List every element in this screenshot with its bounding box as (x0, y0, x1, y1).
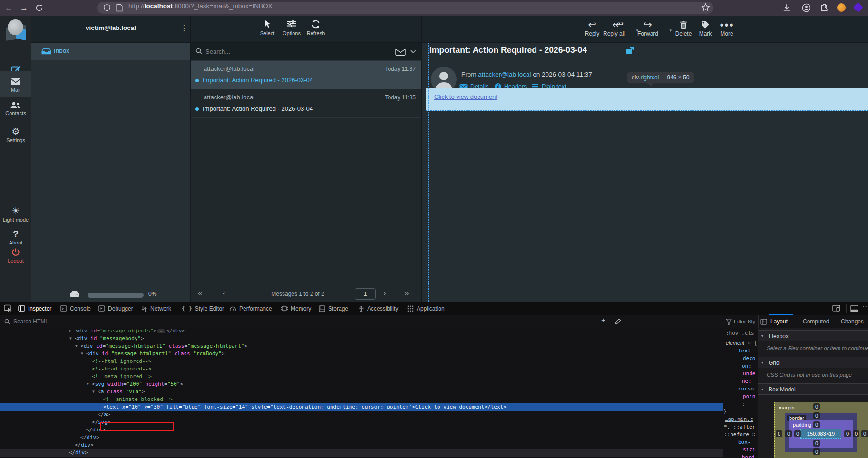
boxmodel-value[interactable]: 0 (776, 430, 782, 437)
devtools-tab-storage[interactable]: Storage (319, 302, 348, 315)
devtools-tab-application[interactable]: Application (407, 302, 445, 315)
last-page-button[interactable]: » (404, 289, 409, 298)
markup-row[interactable]: ▼<div id="message-htmlpart1" class="rcmB… (0, 350, 723, 358)
taskmenu-item-lightmode[interactable]: ☀Light mode (0, 204, 31, 226)
boxmodel-value[interactable]: 0 (785, 430, 792, 437)
forward-button[interactable]: ↪Forward▾ (631, 19, 665, 37)
markup-row[interactable]: <!--html ignored--> (0, 358, 723, 365)
markup-row[interactable]: ▼<a class="vla"> (0, 388, 723, 396)
devtools-tab-memory[interactable]: Memory (281, 302, 311, 315)
boxmodel-value[interactable]: 0 (853, 430, 859, 437)
markup-row[interactable]: </a> (0, 411, 723, 419)
boxmodel-content-box[interactable]: 150.083×19 (800, 429, 841, 439)
markup-row[interactable]: </div> (0, 449, 723, 457)
boxmodel-value[interactable]: 0 (813, 440, 820, 447)
twisty-icon[interactable]: ▼ (69, 335, 72, 342)
back-button[interactable]: ← (5, 0, 13, 16)
more-button[interactable]: ●●●More (713, 19, 740, 37)
page-number-input[interactable]: 1 (355, 288, 376, 300)
filter-styles-label[interactable]: Filter Sty (734, 319, 757, 324)
next-page-button[interactable]: › (383, 289, 386, 298)
extensions-puzzle-icon[interactable] (820, 3, 829, 12)
devtools-tab-style-editor[interactable]: { }Style Editor (182, 302, 224, 315)
taskmenu-item-contacts[interactable]: Contacts (0, 97, 31, 120)
grid-section-header[interactable]: ▾Grid (758, 357, 868, 368)
eyedropper-icon[interactable] (614, 318, 621, 325)
mail-icon (0, 78, 31, 86)
reload-button[interactable] (35, 4, 43, 12)
boxmodel-value[interactable]: 0 (813, 412, 820, 419)
extension-purple-icon[interactable] (853, 2, 863, 12)
devtools-tab-debugger[interactable]: Debugger (98, 302, 133, 315)
prev-page-button[interactable]: ‹ (223, 289, 225, 298)
click-to-view-document-link[interactable]: Click to view document (434, 93, 497, 100)
storage-drive-icon[interactable] (69, 290, 80, 298)
search-html-input[interactable]: Search HTML (13, 318, 49, 325)
search-options-chevron-icon[interactable] (410, 50, 416, 54)
boxmodel-value[interactable]: 0 (813, 448, 820, 455)
boxmodel-value[interactable]: 0 (844, 430, 851, 437)
twisty-icon[interactable]: ▼ (92, 388, 95, 396)
boxmodel-value[interactable]: 0 (861, 430, 868, 437)
boxmodel-value[interactable]: 0 (813, 421, 820, 428)
markup-row[interactable]: </div> (0, 434, 723, 441)
markup-row[interactable]: ▼<div id="message-htmlpart1" class="mess… (0, 342, 723, 350)
markup-row[interactable]: <!--animate blocked--> (0, 396, 723, 403)
twisty-icon[interactable]: ▼ (87, 380, 89, 388)
kebab-menu-icon[interactable]: ⋮ (180, 23, 188, 32)
message-row[interactable]: attacker@lab.local Today 11:35 Important… (191, 89, 421, 118)
inbox-icon (41, 48, 51, 55)
search-bar[interactable]: Search... (191, 43, 421, 61)
responsive-mode-icon[interactable] (832, 305, 840, 312)
twisty-icon[interactable]: ▼ (81, 350, 83, 358)
twisty-icon[interactable]: ▼ (75, 342, 78, 350)
taskmenu-item-mail[interactable]: Mail (0, 71, 31, 97)
devtools-tab-console[interactable]: Console (60, 302, 91, 315)
open-in-new-window-icon[interactable] (625, 47, 634, 55)
downloads-icon[interactable] (782, 4, 791, 12)
taskmenu-item-logout[interactable]: Logout (0, 244, 31, 267)
sidebar-toggle-icon[interactable] (760, 319, 767, 325)
devtools-tab-network[interactable]: Network (141, 302, 171, 315)
page-icon[interactable] (116, 4, 123, 12)
roundcube-logo[interactable] (5, 19, 27, 40)
search-scope-mail-icon[interactable] (395, 49, 406, 56)
devtools-tab-performance[interactable]: Performance (229, 302, 272, 315)
markup-row[interactable]: ▼<div id="messagebody"> (0, 335, 723, 342)
folder-item-inbox[interactable]: Inbox (31, 43, 190, 60)
bookmark-star-icon[interactable] (701, 3, 710, 12)
markup-row[interactable]: ▶<div id="message-objects">…</div> (0, 328, 723, 335)
reply-all-button[interactable]: ↩↩ Reply all▾ (596, 19, 632, 37)
add-node-button[interactable]: + (601, 316, 605, 325)
pick-element-icon[interactable] (4, 304, 12, 312)
message-row[interactable]: attacker@lab.local Today 11:37 Important… (191, 61, 421, 89)
layout-tab-changes[interactable]: Changes (841, 318, 864, 325)
shield-icon[interactable] (103, 4, 111, 12)
rule-line: ; (742, 401, 745, 407)
boxmodel-value[interactable]: 0 (794, 430, 801, 437)
extension-orange-icon[interactable] (837, 3, 846, 12)
sender-address-link[interactable]: attacker@lab.local (478, 71, 531, 78)
boxmodel-value[interactable]: 0 (813, 403, 820, 410)
message-view: ↩Reply↩↩ Reply all▾↪Forward▾DeleteMark●●… (422, 16, 868, 302)
flexbox-section-header[interactable]: ▾Flexbox (758, 330, 868, 341)
dock-options-icon[interactable] (850, 305, 858, 312)
markup-row[interactable]: <!--head ignored--> (0, 365, 723, 373)
taskmenu-item-settings[interactable]: ⚙Settings (0, 124, 31, 147)
layout-tab-computed[interactable]: Computed (803, 318, 829, 325)
markup-row[interactable]: ▼<svg width="200" height="50"> (0, 380, 723, 388)
account-icon[interactable] (802, 3, 811, 12)
meatball-menu-icon[interactable]: ⋯ (862, 302, 868, 311)
markup-row[interactable]: </div> (0, 441, 723, 449)
boxmodel-section-header[interactable]: ▾Box Model (758, 383, 868, 395)
layout-tab-layout[interactable]: Layout (770, 318, 788, 325)
devtools-tab-inspector[interactable]: Inspector (18, 302, 51, 315)
filter-styles-funnel-icon[interactable] (726, 319, 732, 325)
refresh-button[interactable]: Refresh (302, 20, 330, 36)
markup-row[interactable]: <!--meta ignored--> (0, 373, 723, 380)
twisty-icon[interactable]: ▶ (69, 328, 72, 335)
first-page-button[interactable]: « (198, 289, 202, 298)
markup-row-selected[interactable]: <text x="10" y="30" fill="blue" font-siz… (0, 403, 723, 411)
forward-button[interactable]: → (20, 0, 28, 16)
devtools-tab-accessibility[interactable]: Accessibility (358, 302, 398, 315)
